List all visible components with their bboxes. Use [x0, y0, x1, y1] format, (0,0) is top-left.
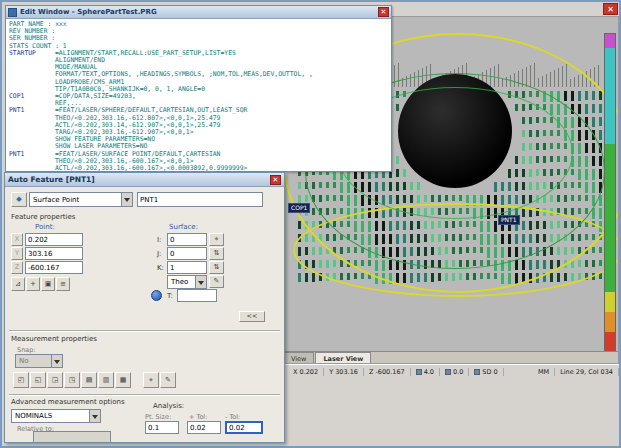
minus-tol-label: - Tol:: [225, 413, 240, 421]
k-vector-input[interactable]: [167, 261, 207, 274]
measurement-properties-label: Measurement properties: [11, 335, 97, 343]
nominals-dropdown[interactable]: NOMINALS: [11, 409, 101, 423]
crosshair-button[interactable]: +: [26, 277, 40, 291]
pnt-label[interactable]: PNT1: [498, 215, 520, 225]
dialog-title: Auto Feature [PNT1]: [8, 175, 270, 184]
edit-window: Edit Window - SpherePartTest.PRG ✕ PART …: [5, 5, 392, 172]
scan-path-button[interactable]: ◰: [13, 372, 29, 388]
dialog-titlebar[interactable]: Auto Feature [PNT1] ✕: [5, 173, 284, 187]
point-toolbar: ⊿+▣≡: [11, 277, 70, 291]
pt-size-label: Pt. Size:: [145, 413, 171, 421]
j-spinner-button[interactable]: ⇅: [209, 247, 224, 260]
theo-actual-dropdown[interactable]: Theo: [167, 275, 207, 289]
collapse-dialog-button[interactable]: <<: [239, 311, 265, 322]
round-indicator-button[interactable]: [151, 290, 162, 301]
grid-scan-button[interactable]: ◱: [30, 372, 46, 388]
cop-label[interactable]: COP1: [288, 203, 310, 213]
scale-segment: [605, 48, 615, 144]
feature-type-dropdown[interactable]: Surface Point: [29, 192, 133, 207]
i-label: I:: [157, 236, 161, 244]
scan-line: [598, 65, 599, 87]
probe-status-icon: [474, 369, 480, 375]
edit-window-close-button[interactable]: ✕: [378, 7, 389, 17]
theo-actual-value: Theo: [168, 278, 195, 286]
edit-window-titlebar[interactable]: Edit Window - SpherePartTest.PRG ✕: [6, 6, 391, 19]
status-probe-value: SD 0: [469, 368, 503, 376]
edit-window-icon: [8, 8, 17, 17]
t-value-input[interactable]: [177, 289, 217, 302]
surface-point-icon[interactable]: ◆: [11, 192, 27, 207]
j-label: J:: [157, 250, 161, 258]
list-mode-button[interactable]: ≡: [56, 277, 70, 291]
dialog-close-button[interactable]: ✕: [270, 175, 281, 185]
snap-dropdown: No: [15, 354, 63, 368]
section-scan-button[interactable]: ▤: [81, 372, 97, 388]
probe-toggle-button[interactable]: ⌖: [143, 372, 159, 388]
section-divider: [9, 330, 280, 332]
code-line: REV NUMBER :: [9, 28, 391, 35]
k-spinner-button[interactable]: ⇅: [209, 261, 224, 274]
x-axis-button[interactable]: X: [11, 233, 23, 246]
app-close-button[interactable]: ✕: [603, 3, 618, 15]
tab-laser-view[interactable]: Laser View: [315, 352, 371, 364]
analysis-label: Analysis:: [153, 402, 184, 410]
surface-label: Surface:: [169, 223, 198, 231]
status-units: MM: [533, 368, 555, 376]
point-cloud-bar: [298, 273, 301, 282]
deviation-color-scale: [604, 33, 616, 357]
feature-type-value: Surface Point: [30, 196, 121, 204]
point-cloud-bar: [312, 273, 315, 282]
status-coordinate: X 0.202: [288, 368, 324, 376]
status-probe-value: 4.0: [411, 368, 440, 376]
snap-value: No: [16, 357, 51, 365]
z-axis-button[interactable]: Z: [11, 261, 23, 274]
feature-properties-label: Feature properties: [11, 213, 75, 221]
plus-tol-input[interactable]: [187, 421, 221, 434]
advanced-options-label: Advanced measurement options: [11, 398, 125, 406]
plus-tol-label: + Tol:: [189, 413, 207, 421]
minus-tol-input[interactable]: [225, 421, 263, 434]
edit-path-button[interactable]: ✎: [160, 372, 176, 388]
i-vector-input[interactable]: [167, 233, 207, 246]
snap-label: Snap:: [17, 346, 36, 354]
code-command-label: PNT1: [9, 107, 55, 114]
pt-size-input[interactable]: [145, 421, 179, 434]
free-scan-button[interactable]: ▦: [115, 372, 131, 388]
edit-code-area[interactable]: PART NAME : xxxREV NUMBER :SER NUMBER :S…: [6, 19, 391, 171]
vector-target-button[interactable]: ⌖: [209, 233, 224, 246]
chevron-down-icon: [89, 410, 100, 422]
feature-name-input[interactable]: [137, 192, 263, 207]
y-axis-button[interactable]: Y: [11, 247, 23, 260]
edge-scan-button[interactable]: ▥: [98, 372, 114, 388]
status-coordinate: Y 303.16: [324, 368, 364, 376]
section-divider: [9, 394, 280, 396]
code-command-label: STARTUP: [9, 50, 55, 57]
y-coordinate-input[interactable]: [25, 247, 83, 260]
point-cloud-bar: [305, 273, 308, 282]
patch-scan-button[interactable]: ◲: [47, 372, 63, 388]
point-cloud-bar: [298, 221, 301, 229]
measure-toolbar-1: ◰◱◲◳▤▥▦: [13, 372, 131, 388]
chevron-down-icon: [51, 355, 62, 367]
scale-segment: [605, 144, 615, 292]
box-mode-button[interactable]: ▣: [41, 277, 55, 291]
x-coordinate-input[interactable]: [25, 233, 83, 246]
k-label: K:: [157, 264, 164, 272]
scale-segment: [605, 292, 615, 312]
j-vector-input[interactable]: [167, 247, 207, 260]
point-label: Point:: [35, 223, 55, 231]
status-probe-value: 0.0: [440, 368, 469, 376]
z-coordinate-input[interactable]: [25, 261, 83, 274]
measure-toolbar-2: ⌖✎: [143, 372, 176, 388]
tab-view[interactable]: View: [283, 352, 314, 364]
perimeter-scan-button[interactable]: ◳: [64, 372, 80, 388]
scale-segment: [605, 34, 615, 48]
angle-measure-button[interactable]: ⊿: [11, 277, 25, 291]
edit-window-title: Edit Window - SpherePartTest.PRG: [20, 8, 378, 16]
code-command-text: ACTL/<0.202,303.16,-600.167>,<0.0003892,…: [55, 164, 247, 171]
relative-to-input: [33, 431, 111, 443]
application-window: COP1 PNT1 ViewLaser View X 0.202Y 303.16…: [0, 0, 621, 448]
probe-status-icon: [445, 369, 451, 375]
scale-segment: [605, 312, 615, 332]
edit-vector-button[interactable]: ✎: [209, 275, 224, 288]
